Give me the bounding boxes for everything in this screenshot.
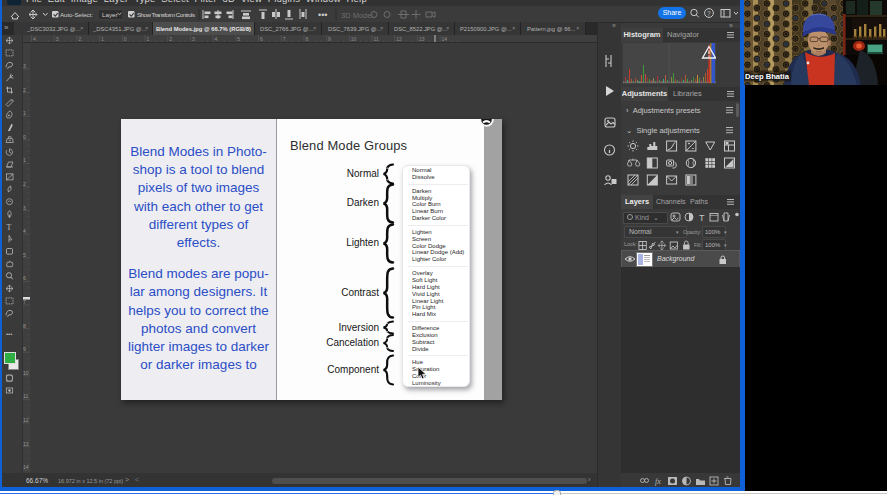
svg-text:5: 5 xyxy=(237,36,240,42)
svg-text:1: 1 xyxy=(23,157,26,163)
svg-text:8: 8 xyxy=(23,323,26,329)
svg-text:Layer: Layer xyxy=(102,11,117,18)
svg-text:2: 2 xyxy=(23,87,26,93)
svg-text:Deep Bhatia: Deep Bhatia xyxy=(745,72,790,81)
svg-text:4: 4 xyxy=(33,36,36,42)
svg-text:2: 2 xyxy=(169,36,172,42)
svg-text:T: T xyxy=(699,213,705,223)
svg-text:14: 14 xyxy=(23,464,29,470)
svg-text:13: 13 xyxy=(23,441,29,447)
svg-text:T: T xyxy=(7,223,12,232)
svg-text:6: 6 xyxy=(260,36,263,42)
svg-text:12: 12 xyxy=(396,36,402,42)
svg-text:12: 12 xyxy=(23,417,29,423)
svg-text:4: 4 xyxy=(23,228,26,234)
svg-text:?: ? xyxy=(707,10,711,17)
svg-text:0: 0 xyxy=(124,36,127,42)
svg-text:2: 2 xyxy=(23,181,26,187)
svg-text:3: 3 xyxy=(56,36,59,42)
svg-text:Auto-Select:: Auto-Select: xyxy=(60,11,93,18)
svg-text:4: 4 xyxy=(215,36,218,42)
svg-text:1: 1 xyxy=(147,36,150,42)
svg-text:9: 9 xyxy=(23,346,26,352)
svg-text:2: 2 xyxy=(78,36,81,42)
svg-text:Show Transform Controls: Show Transform Controls xyxy=(137,11,195,18)
svg-text:13: 13 xyxy=(419,36,425,42)
svg-text:0: 0 xyxy=(23,134,26,140)
svg-text:14: 14 xyxy=(442,36,448,42)
svg-text:3: 3 xyxy=(23,205,26,211)
svg-text:1: 1 xyxy=(23,110,26,116)
svg-text:fx: fx xyxy=(655,477,661,486)
svg-text:11: 11 xyxy=(374,36,379,42)
svg-text:•••: ••• xyxy=(6,331,12,337)
svg-text:10: 10 xyxy=(351,36,357,42)
svg-text:1: 1 xyxy=(101,36,104,42)
svg-text:7: 7 xyxy=(23,299,26,305)
svg-text:8: 8 xyxy=(305,36,308,42)
svg-text:3: 3 xyxy=(23,63,26,69)
svg-text:10: 10 xyxy=(23,370,29,376)
svg-text:6: 6 xyxy=(23,275,26,281)
svg-text:3: 3 xyxy=(192,36,195,42)
svg-text:11: 11 xyxy=(23,393,28,399)
svg-text:•••: ••• xyxy=(318,10,327,20)
svg-text:7: 7 xyxy=(283,36,286,42)
svg-text:5: 5 xyxy=(23,252,26,258)
svg-text:9: 9 xyxy=(328,36,331,42)
svg-text:3D Mode:: 3D Mode: xyxy=(341,11,374,20)
